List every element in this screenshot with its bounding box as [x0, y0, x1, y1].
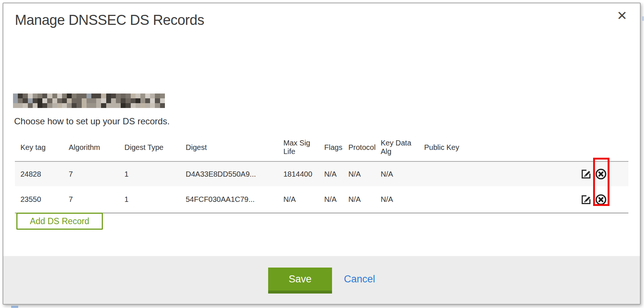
redacted-pixel	[28, 94, 33, 98]
cell-algorithm: 7	[63, 186, 119, 213]
redacted-pixel	[160, 98, 165, 103]
table-row: 24828 7 1 D4A33E8DD550A9... 1814400 N/A …	[15, 161, 628, 186]
cell-actions	[579, 161, 628, 186]
redacted-pixel	[38, 98, 42, 103]
cell-flags: N/A	[319, 186, 343, 213]
cell-max-sig-life: N/A	[278, 186, 319, 213]
close-icon[interactable]: ✕	[617, 9, 628, 22]
column-header-protocol: Protocol	[343, 133, 375, 161]
redacted-pixel	[126, 98, 130, 103]
cell-algorithm: 7	[63, 161, 119, 186]
redacted-pixel	[18, 94, 23, 98]
redacted-pixel	[42, 94, 47, 98]
redacted-pixel	[33, 94, 38, 98]
redacted-pixel	[96, 98, 101, 103]
delete-record-icon[interactable]	[595, 194, 607, 206]
edit-record-icon[interactable]	[580, 168, 592, 180]
cell-actions	[579, 186, 628, 213]
redacted-pixel	[121, 98, 126, 103]
add-ds-record-button[interactable]: Add DS Record	[16, 213, 103, 230]
redacted-pixel	[121, 94, 126, 98]
redacted-pixel	[38, 94, 42, 98]
redacted-pixel	[82, 103, 87, 108]
redacted-pixel	[52, 94, 57, 98]
redacted-pixel	[72, 103, 77, 108]
column-header-key-data-alg: Key Data Alg	[375, 133, 419, 161]
column-header-max-sig-life: Max Sig Life	[278, 133, 319, 161]
redacted-pixel	[72, 98, 77, 103]
redacted-pixel	[62, 103, 67, 108]
redacted-pixel	[28, 98, 33, 103]
column-header-actions	[579, 133, 628, 161]
redacted-domain-name	[13, 94, 165, 108]
manage-dnssec-ds-records-dialog: Manage DNSSEC DS Records ✕ Choose how to…	[3, 3, 641, 305]
redacted-pixel	[42, 103, 47, 108]
redacted-pixel	[87, 98, 91, 103]
redacted-pixel	[101, 103, 106, 108]
instruction-text: Choose how to set up your DS records.	[14, 116, 170, 127]
redacted-pixel	[62, 94, 67, 98]
redacted-pixel	[116, 94, 121, 98]
redacted-pixel	[116, 98, 121, 103]
redacted-pixel	[77, 103, 81, 108]
redacted-pixel	[136, 94, 140, 98]
redacted-pixel	[155, 94, 160, 98]
redacted-pixel	[47, 103, 52, 108]
redacted-pixel	[150, 103, 155, 108]
redacted-pixel	[150, 94, 155, 98]
redacted-pixel	[47, 98, 52, 103]
redacted-pixel	[106, 98, 111, 103]
delete-record-icon[interactable]	[595, 168, 607, 180]
cell-key-tag: 24828	[15, 161, 63, 186]
redacted-pixel	[131, 94, 136, 98]
redacted-pixel	[42, 98, 47, 103]
redacted-pixel	[145, 94, 150, 98]
redacted-pixel	[106, 94, 111, 98]
redacted-pixel	[145, 98, 150, 103]
background-page-fragment	[11, 306, 18, 308]
redacted-pixel	[13, 98, 18, 103]
dialog-footer: Save Cancel	[3, 256, 640, 304]
redacted-pixel	[77, 94, 81, 98]
redacted-pixel	[126, 103, 130, 108]
page-title: Manage DNSSEC DS Records	[15, 12, 204, 28]
redacted-pixel	[111, 98, 116, 103]
cell-flags: N/A	[319, 161, 343, 186]
redacted-pixel	[67, 103, 72, 108]
redacted-pixel	[57, 103, 62, 108]
redacted-pixel	[33, 103, 38, 108]
ds-records-table: Key tag Algorithm Digest Type Digest Max…	[15, 133, 628, 213]
redacted-pixel	[47, 94, 52, 98]
redacted-pixel	[101, 94, 106, 98]
redacted-pixel	[121, 103, 126, 108]
redacted-pixel	[62, 98, 67, 103]
redacted-pixel	[155, 103, 160, 108]
cell-digest: 54FCF030AA1C79...	[180, 186, 278, 213]
redacted-pixel	[136, 98, 140, 103]
redacted-pixel	[136, 103, 140, 108]
redacted-pixel	[13, 94, 18, 98]
column-header-public-key: Public Key	[419, 133, 579, 161]
cell-protocol: N/A	[343, 161, 375, 186]
redacted-pixel	[57, 98, 62, 103]
redacted-pixel	[23, 98, 27, 103]
redacted-pixel	[91, 103, 96, 108]
redacted-pixel	[96, 94, 101, 98]
redacted-pixel	[52, 103, 57, 108]
redacted-pixel	[111, 94, 116, 98]
redacted-pixel	[91, 94, 96, 98]
cancel-link[interactable]: Cancel	[344, 268, 375, 291]
edit-record-icon[interactable]	[580, 194, 592, 205]
redacted-pixel	[87, 103, 91, 108]
redacted-pixel	[38, 103, 42, 108]
redacted-pixel	[131, 98, 136, 103]
background-page-fragment	[642, 16, 644, 21]
save-button[interactable]: Save	[268, 268, 332, 294]
cell-protocol: N/A	[343, 186, 375, 213]
redacted-pixel	[140, 94, 145, 98]
redacted-pixel	[91, 98, 96, 103]
column-header-flags: Flags	[319, 133, 343, 161]
ds-records-table-wrap: Key tag Algorithm Digest Type Digest Max…	[15, 133, 628, 213]
cell-digest: D4A33E8DD550A9...	[180, 161, 278, 186]
redacted-pixel	[101, 98, 106, 103]
